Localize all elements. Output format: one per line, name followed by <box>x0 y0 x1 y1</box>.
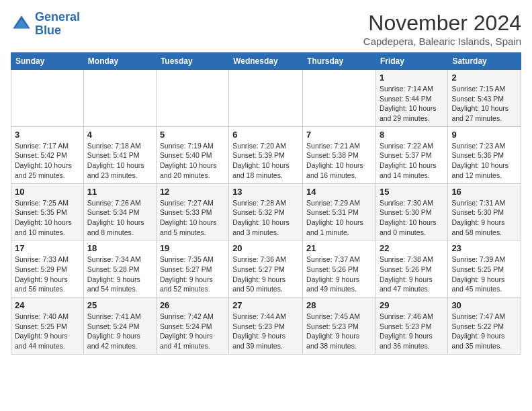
day-number: 23 <box>451 243 517 253</box>
day-number: 13 <box>232 187 299 197</box>
weekday-header-tuesday: Tuesday <box>156 53 228 70</box>
day-number: 10 <box>15 187 80 197</box>
day-info: Sunrise: 7:27 AMSunset: 5:33 PMDaylight:… <box>160 198 225 238</box>
weekday-header-sunday: Sunday <box>11 53 84 70</box>
day-info: Sunrise: 7:34 AMSunset: 5:28 PMDaylight:… <box>87 255 152 294</box>
calendar-cell <box>229 70 303 127</box>
day-number: 8 <box>380 130 444 140</box>
calendar-cell: 23Sunrise: 7:39 AMSunset: 5:25 PMDayligh… <box>448 240 521 298</box>
day-number: 25 <box>87 300 152 310</box>
location-title: Capdepera, Balearic Islands, Spain <box>363 36 521 47</box>
day-info: Sunrise: 7:28 AMSunset: 5:32 PMDaylight:… <box>232 198 299 238</box>
day-number: 24 <box>15 300 80 310</box>
logo-text: General Blue <box>35 11 80 38</box>
calendar-cell: 1Sunrise: 7:14 AMSunset: 5:44 PMDaylight… <box>375 70 447 127</box>
day-number: 4 <box>87 130 152 140</box>
calendar-cell: 11Sunrise: 7:26 AMSunset: 5:34 PMDayligh… <box>83 183 156 240</box>
calendar-cell: 26Sunrise: 7:42 AMSunset: 5:24 PMDayligh… <box>156 298 228 355</box>
calendar-cell: 9Sunrise: 7:23 AMSunset: 5:36 PMDaylight… <box>448 126 521 183</box>
calendar-cell: 22Sunrise: 7:38 AMSunset: 5:26 PMDayligh… <box>375 240 447 298</box>
day-info: Sunrise: 7:19 AMSunset: 5:40 PMDaylight:… <box>160 141 225 181</box>
week-row-5: 24Sunrise: 7:40 AMSunset: 5:25 PMDayligh… <box>11 298 521 355</box>
day-number: 11 <box>87 187 152 197</box>
day-number: 2 <box>451 73 517 83</box>
day-number: 19 <box>160 243 225 253</box>
calendar-cell: 7Sunrise: 7:21 AMSunset: 5:38 PMDaylight… <box>303 126 376 183</box>
day-info: Sunrise: 7:47 AMSunset: 5:22 PMDaylight:… <box>451 312 517 351</box>
day-info: Sunrise: 7:36 AMSunset: 5:27 PMDaylight:… <box>232 255 299 294</box>
calendar-cell: 18Sunrise: 7:34 AMSunset: 5:28 PMDayligh… <box>83 240 156 298</box>
day-number: 30 <box>451 300 517 310</box>
day-number: 29 <box>380 300 444 310</box>
day-info: Sunrise: 7:29 AMSunset: 5:31 PMDaylight:… <box>306 198 372 238</box>
calendar-cell: 13Sunrise: 7:28 AMSunset: 5:32 PMDayligh… <box>229 183 303 240</box>
day-info: Sunrise: 7:25 AMSunset: 5:35 PMDaylight:… <box>15 198 80 238</box>
week-row-4: 17Sunrise: 7:33 AMSunset: 5:29 PMDayligh… <box>11 240 521 298</box>
day-number: 7 <box>306 130 372 140</box>
day-info: Sunrise: 7:39 AMSunset: 5:25 PMDaylight:… <box>451 255 517 294</box>
calendar-cell: 14Sunrise: 7:29 AMSunset: 5:31 PMDayligh… <box>303 183 376 240</box>
day-number: 18 <box>87 243 152 253</box>
calendar-cell: 15Sunrise: 7:30 AMSunset: 5:30 PMDayligh… <box>375 183 447 240</box>
day-number: 21 <box>306 243 372 253</box>
day-info: Sunrise: 7:18 AMSunset: 5:41 PMDaylight:… <box>87 141 152 181</box>
calendar-cell: 5Sunrise: 7:19 AMSunset: 5:40 PMDaylight… <box>156 126 228 183</box>
day-number: 28 <box>306 300 372 310</box>
calendar-cell: 24Sunrise: 7:40 AMSunset: 5:25 PMDayligh… <box>11 298 84 355</box>
day-info: Sunrise: 7:40 AMSunset: 5:25 PMDaylight:… <box>15 312 80 351</box>
day-info: Sunrise: 7:35 AMSunset: 5:27 PMDaylight:… <box>160 255 225 294</box>
weekday-header-thursday: Thursday <box>303 53 376 70</box>
day-number: 9 <box>451 130 517 140</box>
title-block: November 2024 Capdepera, Balearic Island… <box>363 11 521 47</box>
day-info: Sunrise: 7:22 AMSunset: 5:37 PMDaylight:… <box>380 141 444 181</box>
day-number: 1 <box>380 73 444 83</box>
calendar-table: SundayMondayTuesdayWednesdayThursdayFrid… <box>11 52 521 355</box>
calendar-cell: 21Sunrise: 7:37 AMSunset: 5:26 PMDayligh… <box>303 240 376 298</box>
calendar-cell: 4Sunrise: 7:18 AMSunset: 5:41 PMDaylight… <box>83 126 156 183</box>
weekday-header-monday: Monday <box>83 53 156 70</box>
day-number: 15 <box>380 187 444 197</box>
week-row-3: 10Sunrise: 7:25 AMSunset: 5:35 PMDayligh… <box>11 183 521 240</box>
calendar-cell <box>11 70 84 127</box>
calendar-cell: 25Sunrise: 7:41 AMSunset: 5:24 PMDayligh… <box>83 298 156 355</box>
calendar-cell: 30Sunrise: 7:47 AMSunset: 5:22 PMDayligh… <box>448 298 521 355</box>
calendar-cell: 3Sunrise: 7:17 AMSunset: 5:42 PMDaylight… <box>11 126 84 183</box>
day-info: Sunrise: 7:14 AMSunset: 5:44 PMDaylight:… <box>380 84 444 124</box>
day-info: Sunrise: 7:37 AMSunset: 5:26 PMDaylight:… <box>306 255 372 294</box>
calendar-cell <box>83 70 156 127</box>
weekday-header-row: SundayMondayTuesdayWednesdayThursdayFrid… <box>11 53 521 70</box>
day-number: 12 <box>160 187 225 197</box>
calendar-cell: 17Sunrise: 7:33 AMSunset: 5:29 PMDayligh… <box>11 240 84 298</box>
day-number: 20 <box>232 243 299 253</box>
calendar-cell: 28Sunrise: 7:45 AMSunset: 5:23 PMDayligh… <box>303 298 376 355</box>
day-info: Sunrise: 7:33 AMSunset: 5:29 PMDaylight:… <box>15 255 80 294</box>
calendar-cell: 16Sunrise: 7:31 AMSunset: 5:30 PMDayligh… <box>448 183 521 240</box>
page-header: General Blue November 2024 Capdepera, Ba… <box>11 11 521 47</box>
calendar-cell: 27Sunrise: 7:44 AMSunset: 5:23 PMDayligh… <box>229 298 303 355</box>
calendar-cell: 2Sunrise: 7:15 AMSunset: 5:43 PMDaylight… <box>448 70 521 127</box>
day-number: 16 <box>451 187 517 197</box>
calendar-cell: 20Sunrise: 7:36 AMSunset: 5:27 PMDayligh… <box>229 240 303 298</box>
day-info: Sunrise: 7:21 AMSunset: 5:38 PMDaylight:… <box>306 141 372 181</box>
weekday-header-wednesday: Wednesday <box>229 53 303 70</box>
day-info: Sunrise: 7:23 AMSunset: 5:36 PMDaylight:… <box>451 141 517 181</box>
day-info: Sunrise: 7:31 AMSunset: 5:30 PMDaylight:… <box>451 198 517 238</box>
weekday-header-friday: Friday <box>375 53 447 70</box>
calendar-cell <box>156 70 228 127</box>
day-number: 17 <box>15 243 80 253</box>
calendar-cell: 19Sunrise: 7:35 AMSunset: 5:27 PMDayligh… <box>156 240 228 298</box>
logo-icon <box>11 13 32 35</box>
day-info: Sunrise: 7:45 AMSunset: 5:23 PMDaylight:… <box>306 312 372 351</box>
day-number: 22 <box>380 243 444 253</box>
weekday-header-saturday: Saturday <box>448 53 521 70</box>
calendar-cell: 10Sunrise: 7:25 AMSunset: 5:35 PMDayligh… <box>11 183 84 240</box>
month-title: November 2024 <box>363 11 521 36</box>
calendar-cell: 6Sunrise: 7:20 AMSunset: 5:39 PMDaylight… <box>229 126 303 183</box>
day-number: 3 <box>15 130 80 140</box>
day-info: Sunrise: 7:38 AMSunset: 5:26 PMDaylight:… <box>380 255 444 294</box>
day-number: 5 <box>160 130 225 140</box>
calendar-cell <box>303 70 376 127</box>
day-info: Sunrise: 7:20 AMSunset: 5:39 PMDaylight:… <box>232 141 299 181</box>
day-number: 26 <box>160 300 225 310</box>
day-info: Sunrise: 7:44 AMSunset: 5:23 PMDaylight:… <box>232 312 299 351</box>
